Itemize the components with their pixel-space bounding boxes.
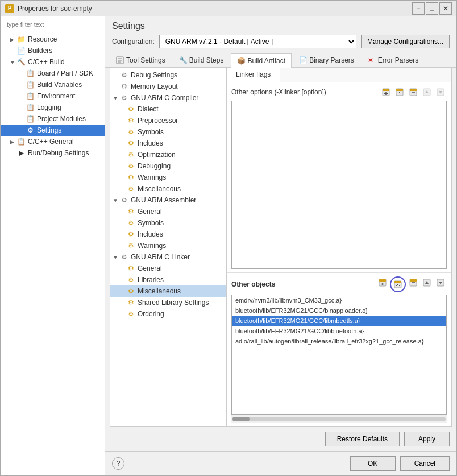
stree-optimization[interactable]: ▶ ⚙ Optimization — [110, 149, 226, 160]
move-down-object-button[interactable] — [434, 276, 447, 289]
stree-includes[interactable]: ▶ ⚙ Includes — [110, 138, 226, 149]
other-objects-header: Other objects — [231, 276, 447, 292]
dialog-buttons: OK Cancel — [350, 456, 450, 471]
linker-icon: ⚙ — [119, 253, 128, 262]
sidebar-item-cpp-general[interactable]: ▶ 📋 C/C++ General — [1, 136, 105, 147]
debug-settings-icon: ⚙ — [119, 71, 128, 80]
binary-parsers-tab-icon: 📄 — [299, 56, 307, 64]
log-icon: 📋 — [26, 103, 35, 112]
stree-ordering[interactable]: ▶ ⚙ Ordering — [110, 308, 226, 320]
edit-flag-button[interactable] — [393, 86, 406, 98]
sidebar-item-cpp-build[interactable]: ▼ 🔨 C/C++ Build — [1, 56, 105, 68]
config-select[interactable]: GNU ARM v7.2.1 - Default [ Active ] — [159, 35, 356, 48]
other-objects-toolbar — [376, 276, 447, 292]
stree-misc-linker[interactable]: ▶ ⚙ Miscellaneous — [110, 285, 226, 297]
sidebar-item-logging[interactable]: ▶ 📋 Logging — [1, 102, 105, 113]
env-icon: 📋 — [26, 92, 35, 101]
tab-build-artifact[interactable]: 📦 Build Artifact — [231, 53, 292, 68]
sidebar-item-run-debug[interactable]: ▶ ▶ Run/Debug Settings — [1, 147, 105, 159]
list-item[interactable]: adio/rail_lib/autogen/librail_release/li… — [232, 336, 446, 346]
stree-gnu-arm-c-compiler[interactable]: ▼ ⚙ GNU ARM C Compiler — [110, 92, 226, 104]
stree-label: Includes — [138, 139, 163, 147]
tab-content: ▶ ⚙ Debug Settings ▶ ⚙ Memory Layout ▼ ⚙ — [110, 68, 452, 427]
linker-section-title: Other options (-Xlinker [option]) — [231, 88, 326, 96]
sidebar-item-settings[interactable]: ▶ ⚙ Settings — [1, 125, 105, 136]
stree-debug-settings[interactable]: ▶ ⚙ Debug Settings — [110, 69, 226, 81]
stree-label: Debugging — [138, 162, 171, 170]
stree-warnings-asm[interactable]: ▶ ⚙ Warnings — [110, 240, 226, 251]
delete-flag-button[interactable] — [407, 86, 419, 98]
stree-shared-library[interactable]: ▶ ⚙ Shared Library Settings — [110, 297, 226, 308]
sidebar-item-project-modules[interactable]: ▶ 📋 Project Modules — [1, 113, 105, 125]
stree-warnings-c[interactable]: ▶ ⚙ Warnings — [110, 172, 226, 183]
misc-linker-icon: ⚙ — [126, 287, 135, 296]
tab-tool-settings[interactable]: Tool Settings — [110, 53, 172, 67]
cancel-button[interactable]: Cancel — [400, 456, 450, 471]
manage-configurations-button[interactable]: Manage Configurations... — [361, 35, 450, 48]
list-item[interactable]: bluetooth/lib/EFR32MG21/GCC/binapploader… — [232, 305, 446, 316]
edit-object-button[interactable] — [392, 278, 404, 291]
chevron-right-icon: ▶ — [10, 36, 16, 43]
move-up-object-button[interactable] — [421, 276, 433, 289]
move-down-flag-button[interactable] — [434, 86, 447, 98]
filter-input[interactable] — [3, 19, 102, 30]
stree-label: Warnings — [138, 242, 166, 250]
right-panel: Settings Configuration: GNU ARM v7.2.1 -… — [105, 16, 456, 475]
stree-general-linker[interactable]: ▶ ⚙ General — [110, 263, 226, 274]
ordering-icon: ⚙ — [126, 309, 135, 318]
stree-includes-asm[interactable]: ▶ ⚙ Includes — [110, 229, 226, 240]
svg-rect-5 — [383, 89, 389, 91]
build-icon: 🔨 — [16, 57, 26, 67]
sidebar-item-label: Resource — [28, 35, 57, 43]
delete-object-button[interactable] — [407, 276, 419, 289]
close-button[interactable]: ✕ — [439, 2, 452, 15]
add-object-button[interactable] — [376, 276, 389, 289]
stree-dialect[interactable]: ▶ ⚙ Dialect — [110, 104, 226, 115]
minimize-button[interactable]: − — [412, 2, 425, 15]
properties-panel: Linker flags Other options (-Xlinker [op… — [227, 68, 451, 426]
memory-icon: ⚙ — [119, 82, 128, 91]
stree-misc-c[interactable]: ▶ ⚙ Miscellaneous — [110, 183, 226, 194]
stree-general-asm[interactable]: ▶ ⚙ General — [110, 206, 226, 217]
stree-memory-layout[interactable]: ▶ ⚙ Memory Layout — [110, 81, 226, 92]
stree-libraries[interactable]: ▶ ⚙ Libraries — [110, 274, 226, 285]
stree-preprocessor[interactable]: ▶ ⚙ Preprocessor — [110, 115, 226, 126]
window-title: Properties for soc-empty — [18, 5, 412, 13]
restore-defaults-button[interactable]: Restore Defaults — [325, 432, 400, 446]
compiler-icon: ⚙ — [119, 93, 128, 102]
stree-symbols-asm[interactable]: ▶ ⚙ Symbols — [110, 217, 226, 229]
tab-binary-parsers[interactable]: 📄 Binary Parsers — [293, 53, 360, 67]
edit-object-button-highlight — [390, 276, 406, 292]
sidebar-item-board[interactable]: ▶ 📋 Board / Part / SDK — [1, 68, 105, 79]
stree-label: Libraries — [138, 276, 164, 284]
ok-button[interactable]: OK — [350, 456, 396, 471]
config-row: Configuration: GNU ARM v7.2.1 - Default … — [112, 35, 450, 48]
stree-debugging[interactable]: ▶ ⚙ Debugging — [110, 160, 226, 172]
sub-tab-linker-flags[interactable]: Linker flags — [227, 68, 280, 82]
symbols-icon: ⚙ — [126, 127, 135, 136]
tab-error-parsers[interactable]: ✕ Error Parsers — [362, 53, 425, 67]
sidebar-item-label: Logging — [37, 104, 61, 111]
apply-button[interactable]: Apply — [404, 432, 450, 446]
settings-tree: ▶ ⚙ Debug Settings ▶ ⚙ Memory Layout ▼ ⚙ — [110, 68, 227, 426]
sidebar-item-build-variables[interactable]: ▶ 📋 Build Variables — [1, 79, 105, 90]
list-item[interactable]: bluetooth/lib/EFR32MG21/GCC/libbluetooth… — [232, 326, 446, 336]
add-flag-button[interactable] — [380, 86, 392, 98]
list-item[interactable]: emdrv/nvm3/lib/libnvm3_CM33_gcc.a} — [232, 295, 446, 305]
horizontal-scrollbar[interactable] — [231, 415, 447, 423]
stree-symbols[interactable]: ▶ ⚙ Symbols — [110, 126, 226, 138]
other-objects-list: emdrv/nvm3/lib/libnvm3_CM33_gcc.a} bluet… — [231, 295, 447, 415]
sidebar-item-resource[interactable]: ▶ 📁 Resource — [1, 34, 105, 45]
list-item-selected[interactable]: bluetooth/lib/EFR32MG21/GCC/libmbedtls.a… — [232, 316, 446, 326]
settings-icon: ⚙ — [26, 126, 35, 135]
sidebar-item-environment[interactable]: ▶ 📋 Environment — [1, 90, 105, 102]
tab-build-steps[interactable]: 🔧 Build Steps — [173, 53, 230, 67]
stree-gnu-arm-c-linker[interactable]: ▼ ⚙ GNU ARM C Linker — [110, 251, 226, 263]
move-up-flag-button[interactable] — [421, 86, 433, 98]
help-button[interactable]: ? — [112, 457, 124, 470]
stree-gnu-arm-assembler[interactable]: ▼ ⚙ GNU ARM Assembler — [110, 194, 226, 206]
maximize-button[interactable]: □ — [426, 2, 438, 15]
sidebar-item-label: Settings — [37, 126, 61, 134]
chevron-down-icon: ▼ — [113, 95, 119, 101]
sidebar-item-builders[interactable]: ▶ 📄 Builders — [1, 45, 105, 56]
